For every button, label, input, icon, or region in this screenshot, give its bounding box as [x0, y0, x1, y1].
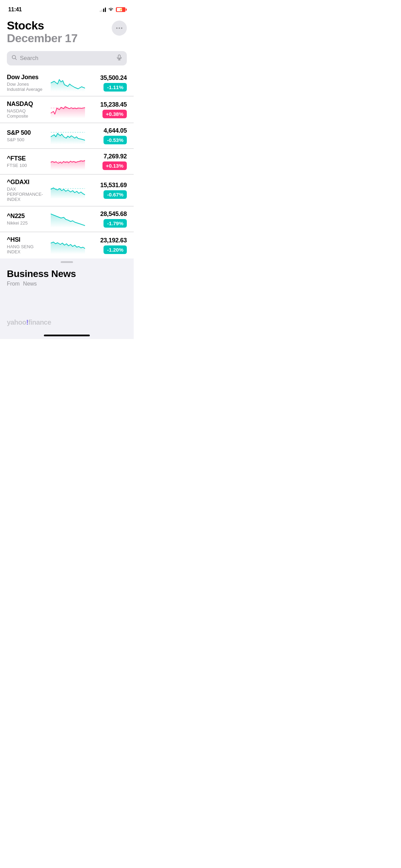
stock-name: FTSE 100: [7, 163, 47, 168]
stock-info: S&P 500 S&P 500: [7, 129, 47, 142]
stock-change: +0.38%: [102, 110, 127, 118]
list-item[interactable]: S&P 500 S&P 500 4,644.05 -0.53%: [0, 123, 134, 149]
yahoo-finance-text: yahoo!finance: [7, 318, 51, 326]
stock-change: -1.79%: [104, 219, 127, 228]
stock-list: Dow Jones Dow Jones Industrial Average 3…: [0, 70, 134, 258]
list-item[interactable]: ^FTSE FTSE 100 7,269.92 +0.13%: [0, 149, 134, 174]
stock-right: 15,531.69 -0.67%: [89, 182, 127, 199]
search-icon: [12, 55, 17, 62]
header: Stocks December 17: [0, 16, 134, 48]
stock-ticker: Dow Jones: [7, 74, 47, 81]
stock-change: -0.53%: [104, 136, 127, 144]
stock-change: +0.13%: [102, 161, 127, 170]
stock-ticker: NASDAQ: [7, 100, 47, 108]
stock-info: ^FTSE FTSE 100: [7, 155, 47, 168]
stock-price: 15,531.69: [89, 182, 127, 189]
stock-ticker: ^GDAXI: [7, 179, 47, 186]
stock-ticker: ^FTSE: [7, 155, 47, 162]
stock-name: S&P 500: [7, 137, 47, 142]
page-title: Stocks: [7, 19, 77, 32]
stock-name: HANG SENG INDEX: [7, 244, 47, 254]
stock-price: 7,269.92: [89, 153, 127, 160]
stock-info: ^GDAXI DAX PERFORMANCE-INDEX: [7, 179, 47, 202]
stock-chart: [51, 182, 85, 199]
stock-right: 23,192.63 -1.20%: [89, 237, 127, 254]
stock-name: NASDAQ Composite: [7, 108, 47, 119]
stock-name: DAX PERFORMANCE-INDEX: [7, 186, 47, 202]
bottom-sheet-content: Business News From News: [0, 263, 134, 312]
stock-info: Dow Jones Dow Jones Industrial Average: [7, 74, 47, 92]
svg-rect-1: [118, 55, 120, 58]
header-titles: Stocks December 17: [7, 19, 77, 45]
header-date: December 17: [7, 32, 77, 45]
stock-right: 4,644.05 -0.53%: [89, 127, 127, 144]
microphone-icon[interactable]: [117, 55, 122, 62]
status-icons: ⚡: [100, 7, 125, 13]
stock-price: 4,644.05: [89, 127, 127, 134]
home-indicator: [0, 332, 134, 339]
news-source-name: News: [23, 281, 37, 287]
stock-ticker: ^N225: [7, 213, 47, 220]
search-container: Search: [0, 48, 134, 70]
stock-right: 28,545.68 -1.79%: [89, 210, 127, 228]
stock-right: 15,238.45 +0.38%: [89, 101, 127, 118]
stock-ticker: ^HSI: [7, 236, 47, 243]
stock-chart: [51, 101, 85, 118]
stock-chart: [51, 153, 85, 170]
stock-change: -1.11%: [104, 83, 127, 92]
wifi-icon: [108, 7, 114, 13]
stock-name: Dow Jones Industrial Average: [7, 82, 47, 92]
drag-handle: [61, 261, 73, 263]
battery-icon: ⚡: [116, 7, 125, 12]
stock-price: 15,238.45: [89, 101, 127, 108]
news-content-area: [7, 287, 127, 308]
signal-bars-icon: [100, 7, 106, 12]
search-bar[interactable]: Search: [7, 51, 127, 65]
stock-info: ^N225 Nikkei 225: [7, 213, 47, 226]
stock-price: 35,500.24: [89, 74, 127, 82]
status-bar: 11:41 ⚡: [0, 0, 134, 16]
list-item[interactable]: ^N225 Nikkei 225 28,545.68 -1.79%: [0, 206, 134, 232]
yahoo-finance-logo: yahoo!finance: [0, 312, 134, 332]
search-placeholder: Search: [20, 55, 114, 62]
stock-price: 28,545.68: [89, 210, 127, 218]
more-options-button[interactable]: [112, 21, 127, 36]
stock-ticker: S&P 500: [7, 129, 47, 136]
list-item[interactable]: NASDAQ NASDAQ Composite 15,238.45 +0.38%: [0, 96, 134, 123]
stock-price: 23,192.63: [89, 237, 127, 244]
stock-chart: [51, 237, 85, 254]
status-time: 11:41: [8, 7, 22, 13]
home-indicator-bar: [44, 335, 90, 336]
stock-right: 35,500.24 -1.11%: [89, 74, 127, 92]
list-item[interactable]: ^GDAXI DAX PERFORMANCE-INDEX 15,531.69 -…: [0, 174, 134, 206]
news-source-label: From News: [7, 281, 127, 287]
from-label: From: [7, 281, 20, 287]
bottom-sheet: Business News From News yahoo!finance: [0, 258, 134, 332]
news-section-title: Business News: [7, 268, 127, 279]
stock-right: 7,269.92 +0.13%: [89, 153, 127, 170]
stock-chart: [51, 74, 85, 92]
stock-info: NASDAQ NASDAQ Composite: [7, 100, 47, 119]
stock-name: Nikkei 225: [7, 220, 47, 226]
stock-chart: [51, 210, 85, 228]
stock-change: -0.67%: [104, 190, 127, 199]
stock-chart: [51, 127, 85, 144]
stock-info: ^HSI HANG SENG INDEX: [7, 236, 47, 254]
list-item[interactable]: ^HSI HANG SENG INDEX 23,192.63 -1.20%: [0, 232, 134, 258]
more-dots-icon: [116, 27, 122, 29]
list-item[interactable]: Dow Jones Dow Jones Industrial Average 3…: [0, 70, 134, 96]
stock-change: -1.20%: [104, 245, 127, 254]
bottom-sheet-handle[interactable]: [0, 258, 134, 263]
